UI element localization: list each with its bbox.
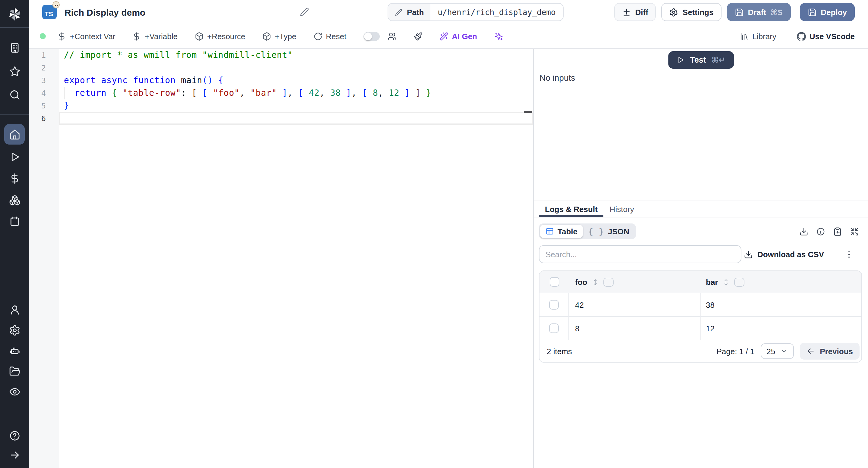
add-context-var-button[interactable]: +Context Var bbox=[57, 32, 116, 41]
tab-history[interactable]: History bbox=[604, 201, 640, 217]
download-csv-button[interactable]: Download as CSV bbox=[744, 250, 824, 259]
result-panel: Logs & Result History Table { } bbox=[534, 201, 868, 468]
code-line[interactable]: 2 bbox=[29, 61, 533, 74]
diff-button[interactable]: Diff bbox=[614, 3, 656, 21]
sidebar-item-runs[interactable] bbox=[4, 146, 25, 167]
building-icon bbox=[9, 42, 20, 53]
table-row[interactable]: 4238 bbox=[539, 293, 861, 317]
info-icon[interactable] bbox=[816, 227, 825, 236]
sidebar-item-workspace[interactable] bbox=[4, 37, 25, 58]
sidebar-item-resources[interactable] bbox=[4, 190, 25, 210]
clipboard-copy-icon[interactable] bbox=[833, 227, 842, 236]
column-toggle[interactable] bbox=[603, 277, 614, 287]
users-icon[interactable] bbox=[387, 32, 396, 41]
overview-ruler-cursor bbox=[524, 111, 532, 113]
tab-logs-result[interactable]: Logs & Result bbox=[539, 201, 604, 217]
items-count: 2 items bbox=[547, 347, 572, 356]
reset-button[interactable]: Reset bbox=[313, 32, 346, 41]
no-inputs-text: No inputs bbox=[539, 73, 575, 82]
code-line[interactable]: 4 return { "table-row": [ [ "foo", "bar"… bbox=[29, 87, 533, 99]
previous-page-button[interactable]: Previous bbox=[800, 343, 860, 360]
rotate-cw-icon bbox=[313, 32, 322, 41]
sparkles-icon[interactable] bbox=[494, 32, 503, 41]
select-all-checkbox[interactable] bbox=[550, 277, 559, 287]
code-text bbox=[59, 61, 64, 74]
sidebar-item-audit-logs[interactable] bbox=[4, 381, 25, 402]
sidebar-divider bbox=[0, 114, 29, 115]
kebab-menu-button[interactable] bbox=[844, 250, 854, 259]
expand-icon[interactable] bbox=[850, 227, 859, 236]
view-option-json[interactable]: { } JSON bbox=[583, 225, 635, 238]
result-actions bbox=[799, 227, 859, 236]
test-button[interactable]: Test ⌘↵ bbox=[668, 51, 734, 69]
edit-summary-button[interactable] bbox=[300, 7, 309, 19]
multiplayer-toggle[interactable] bbox=[363, 32, 379, 41]
row-checkbox[interactable] bbox=[549, 300, 559, 310]
paintbrush-icon[interactable] bbox=[413, 32, 422, 41]
line-number: 6 bbox=[29, 112, 59, 125]
indent-guide bbox=[64, 87, 65, 99]
home-icon bbox=[9, 129, 20, 140]
windmill-script-editor: TS Rich Display demo Path u/henri/rich_d… bbox=[0, 0, 868, 468]
cell-foo: 42 bbox=[569, 293, 701, 316]
cell-bar: 38 bbox=[701, 293, 861, 316]
sidebar-item-help[interactable] bbox=[4, 425, 25, 446]
boxes-icon bbox=[9, 194, 20, 206]
result-body: Table { } JSON bbox=[534, 218, 868, 363]
sort-icon[interactable] bbox=[591, 278, 599, 286]
sidebar-item-workers[interactable] bbox=[4, 340, 25, 361]
dollar-icon bbox=[57, 32, 66, 41]
sidebar-expand-button[interactable] bbox=[4, 444, 25, 465]
add-variable-button[interactable]: +Variable bbox=[132, 32, 178, 41]
download-icon[interactable] bbox=[799, 227, 808, 236]
cell-bar: 12 bbox=[701, 317, 861, 340]
path-field[interactable]: Path u/henri/rich_display_demo bbox=[388, 3, 564, 21]
sidebar-item-favorites[interactable] bbox=[4, 61, 25, 81]
settings-button[interactable]: Settings bbox=[661, 3, 721, 21]
library-button[interactable]: Library bbox=[740, 32, 776, 41]
line-number: 1 bbox=[29, 49, 59, 61]
arrow-left-icon bbox=[807, 347, 815, 355]
add-resource-button[interactable]: +Resource bbox=[194, 32, 245, 41]
save-draft-button[interactable]: Draft ⌘S bbox=[727, 3, 790, 21]
ai-gen-button[interactable]: AI Gen bbox=[439, 32, 477, 41]
braces-glyph: { } bbox=[588, 227, 604, 236]
chevron-down-icon bbox=[781, 347, 788, 355]
use-vscode-button[interactable]: Use VScode bbox=[797, 32, 855, 41]
code-line[interactable]: 1// import * as wmill from "windmill-cli… bbox=[29, 49, 533, 61]
code-editor[interactable]: 1// import * as wmill from "windmill-cli… bbox=[29, 49, 533, 468]
row-checkbox[interactable] bbox=[549, 324, 559, 333]
sidebar-item-home[interactable] bbox=[4, 124, 25, 144]
column-header-foo: foo bbox=[575, 277, 587, 287]
workspace: 1// import * as wmill from "windmill-cli… bbox=[29, 49, 868, 468]
code-line[interactable]: 5} bbox=[29, 99, 533, 112]
help-icon bbox=[9, 430, 20, 441]
sidebar-item-settings[interactable] bbox=[4, 320, 25, 340]
sidebar-item-search[interactable] bbox=[4, 84, 25, 105]
sidebar-item-schedules[interactable] bbox=[4, 211, 25, 231]
play-icon bbox=[9, 151, 20, 162]
sidebar-item-users[interactable] bbox=[4, 299, 25, 320]
line-number: 5 bbox=[29, 99, 59, 112]
windmill-logo[interactable] bbox=[4, 4, 25, 24]
toolbar-right: Library Use VScode bbox=[740, 32, 855, 41]
table-row[interactable]: 812 bbox=[539, 317, 861, 340]
table-header-row: foo bar bbox=[539, 271, 861, 293]
sidebar-item-folders[interactable] bbox=[4, 361, 25, 381]
column-toggle[interactable] bbox=[734, 277, 744, 287]
code-line[interactable]: 3export async function main() { bbox=[29, 74, 533, 87]
result-tabs: Logs & Result History bbox=[534, 201, 868, 218]
library-icon bbox=[740, 32, 749, 41]
language-status-dot bbox=[40, 33, 46, 39]
sidebar-item-variables[interactable] bbox=[4, 168, 25, 189]
path-label: Path bbox=[407, 7, 424, 16]
test-shortcut: ⌘↵ bbox=[712, 56, 725, 64]
page-size-select[interactable]: 25 bbox=[761, 343, 794, 359]
sort-icon[interactable] bbox=[722, 278, 730, 286]
table-search-input[interactable] bbox=[539, 245, 741, 263]
view-option-table[interactable]: Table bbox=[540, 225, 583, 238]
dollar-icon bbox=[9, 173, 20, 184]
result-table: foo bar 4238812 bbox=[539, 270, 862, 363]
deploy-button[interactable]: Deploy bbox=[800, 3, 855, 21]
add-type-button[interactable]: +Type bbox=[262, 32, 297, 41]
